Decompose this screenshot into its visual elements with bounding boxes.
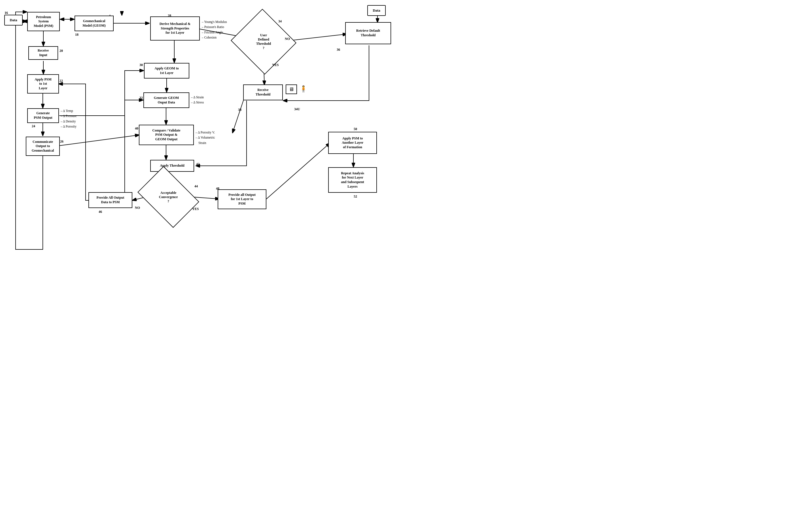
apply-geom-1st-box: Apply GEOM to1st Layer (144, 63, 189, 78)
derive-box: Derive Mechanical &Strength Propertiesfo… (150, 16, 200, 40)
generate-psm-box: GeneratePSM Output (27, 108, 59, 123)
flowchart-diagram: Data PetroleumSystemModel (PSM) Geomecha… (0, 0, 403, 266)
label-32: 32 (139, 96, 143, 100)
label-38: 38 (238, 108, 242, 112)
no-label-user-defined: NO (285, 37, 290, 41)
receive-input-box: ReceiveInput (28, 46, 58, 60)
yes-label-acceptable: YES (192, 207, 199, 211)
label-30: 30 (139, 63, 143, 67)
geom-box: GeomechanicalModel (GEOM) (75, 16, 114, 31)
data-cylinder-left: Data (4, 15, 23, 25)
provide-all-psm-box: Provide All OutputData to PSM (89, 192, 132, 208)
user-defined-diamond: UserDefinedThreshold? (239, 19, 288, 64)
data-cylinder-right: Data (367, 5, 386, 16)
label-40: 40 (135, 127, 138, 131)
label-34u: 34U (294, 107, 300, 111)
label-48: 48 (216, 187, 219, 191)
label-22: 22 (59, 79, 63, 83)
label-20: 20 (59, 49, 63, 53)
label-24: 24 (32, 124, 35, 128)
label-34: 34 (278, 19, 282, 23)
label-16: 16 (4, 11, 8, 15)
label-28: 28 (168, 14, 171, 18)
provide-output-1st-box: Provide all Outputfor 1st Layer toPSM (218, 189, 266, 209)
acceptable-convergence-diamond: AcceptableConvergence? (143, 178, 194, 215)
svg-line-11 (59, 135, 139, 146)
svg-line-18 (193, 197, 219, 199)
apply-threshold-box: Apply Threshold (150, 160, 194, 172)
receive-threshold-box: ReceiveThreshold (243, 84, 283, 100)
apply-psm-another-box: Apply PSM toAnother Layerof Formation (328, 132, 377, 154)
retrieve-default-box: Retrieve DefaultThreshold (345, 22, 391, 44)
no-label-acceptable: NO (135, 206, 140, 210)
notes-compare-output: – Δ Porosity V. – Δ Volumetric Strain (195, 130, 215, 146)
notes-mechanical: – Young's Modulus – Poisson's Ratio – Fr… (202, 19, 227, 40)
psm-box: PetroleumSystemModel (PSM) (27, 12, 60, 31)
yes-label-user-defined: YES (272, 63, 279, 67)
label-18: 18 (75, 33, 78, 37)
label-42: 42 (196, 162, 199, 166)
apply-psm-1st-box: Apply PSMto 1stLayer (27, 74, 59, 94)
computer-icon: 🖥 (286, 84, 297, 94)
notes-geom-output: – Δ Strain – Δ Stress (191, 95, 204, 105)
label-27: 27 (120, 10, 123, 15)
label-52: 52 (354, 194, 357, 199)
repeat-analysis-box: Repeat Analysisfor Next Layerand Subsequ… (328, 167, 377, 193)
generate-geom-box: Generate GEOMOuput Data (143, 92, 189, 108)
person-icon: 🧍 (299, 83, 307, 94)
label-26: 26 (60, 139, 63, 144)
label-44: 44 (194, 184, 198, 189)
svg-line-19 (266, 143, 330, 199)
svg-line-23 (285, 34, 347, 41)
label-36: 36 (337, 48, 340, 52)
label-46: 46 (99, 210, 102, 214)
communicate-box: CommunicateOutput toGeomechanical (26, 137, 60, 156)
compare-box: Compare / ValidatePSM Output &GEOM Outpu… (139, 125, 194, 145)
label-50: 50 (354, 127, 357, 131)
notes-psm-output: – Δ Temp – Δ Pressure – Δ Density – Δ Po… (61, 108, 77, 129)
